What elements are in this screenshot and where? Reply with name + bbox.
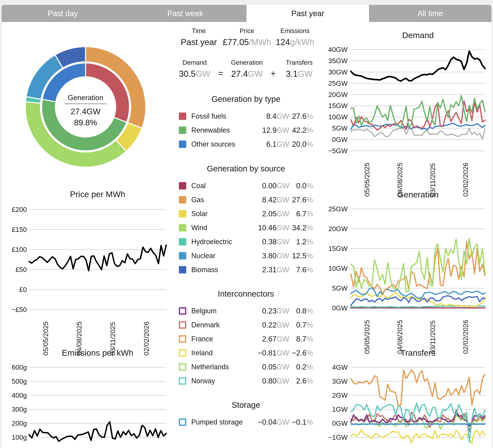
section-title: Generation by type bbox=[179, 93, 313, 105]
legend-row-coal: Coal0.00GW0.0% bbox=[179, 179, 313, 193]
section-storage: Storage Pumped storage−0.04GW−0.1% bbox=[179, 399, 313, 429]
legend-percent: 34.2% bbox=[289, 224, 313, 232]
equation-transfers: Transfers 3.1GW bbox=[280, 59, 319, 79]
legend-row-other-sources: Other sources6.1GW20.0% bbox=[179, 137, 313, 151]
legend-percent: −0.1% bbox=[289, 418, 313, 426]
demand-equation: Demand 30.5GW = Generation 27.4GW + Tran… bbox=[175, 59, 319, 79]
legend-percent: 7.6% bbox=[289, 266, 313, 274]
legend-value: 12.9GW bbox=[246, 126, 289, 134]
legend-percent: −2.6% bbox=[289, 349, 313, 357]
legend-row-biomass: Biomass2.31GW7.6% bbox=[179, 263, 313, 277]
legend-row-hydroelectric: Hydroelectric0.38GW1.2% bbox=[179, 235, 313, 249]
legend-label: France bbox=[191, 335, 246, 343]
wind-swatch-icon bbox=[179, 224, 186, 232]
equation-demand-label: Demand bbox=[175, 59, 214, 66]
legend-label: Fossil fuels bbox=[191, 112, 246, 120]
legend-label: Netherlands bbox=[191, 363, 246, 371]
legend-value: 0.00GW bbox=[246, 182, 289, 190]
legend-percent: 27.6% bbox=[289, 196, 313, 204]
legend-percent: 8.7% bbox=[289, 335, 313, 343]
netherlands-swatch-icon bbox=[179, 363, 186, 371]
legend-value: 3.80GW bbox=[246, 252, 289, 260]
stat-price-value: £77.05/MWh bbox=[223, 37, 271, 47]
legend-row-wind: Wind10.46GW34.2% bbox=[179, 221, 313, 235]
legend-value: −0.81GW bbox=[246, 349, 289, 357]
legend-percent: 42.2% bbox=[289, 126, 313, 134]
legend-row-nuclear: Nuclear3.80GW12.5% bbox=[179, 249, 313, 263]
equation-generation: Generation 27.4GW bbox=[227, 59, 267, 79]
legend-row-pumped-storage: Pumped storage−0.04GW−0.1% bbox=[179, 415, 313, 429]
equation-transfers-label: Transfers bbox=[280, 59, 319, 66]
tab-all-time[interactable]: All time bbox=[369, 5, 492, 22]
legend-label: Ireland bbox=[191, 349, 246, 357]
plus-sign: + bbox=[267, 59, 280, 78]
renewables-swatch-icon bbox=[179, 126, 186, 134]
legend-row-ireland: Ireland−0.81GW−2.6% bbox=[179, 346, 313, 360]
legend-percent: 0.0% bbox=[289, 182, 313, 190]
legend-percent: 0.8% bbox=[289, 307, 313, 315]
legend-label: Solar bbox=[191, 210, 246, 218]
pumped-storage-swatch-icon bbox=[179, 418, 186, 426]
legend-value: 10.46GW bbox=[246, 224, 289, 232]
ireland-swatch-icon bbox=[179, 349, 186, 357]
time-range-tabs: Past dayPast weekPast yearAll time bbox=[1, 5, 492, 22]
legend-label: Belgium bbox=[191, 307, 246, 315]
legend-value: 2.31GW bbox=[246, 266, 289, 274]
legend-label: Other sources bbox=[191, 140, 246, 148]
equation-generation-value: 27.4GW bbox=[227, 69, 267, 79]
legend-label: Renewables bbox=[191, 126, 246, 134]
legend-value: 2.05GW bbox=[246, 210, 289, 218]
legend-label: Biomass bbox=[191, 266, 246, 274]
coal-swatch-icon bbox=[179, 182, 186, 190]
legend-percent: 1.2% bbox=[289, 238, 313, 246]
legend-label: Coal bbox=[191, 182, 246, 190]
legend-percent: 2.6% bbox=[289, 377, 313, 385]
legend-row-belgium: Belgium0.23GW0.8% bbox=[179, 304, 313, 318]
denmark-swatch-icon bbox=[179, 321, 186, 329]
other-sources-swatch-icon bbox=[179, 141, 186, 148]
summary-stats: Time Past year Price £77.05/MWh Emission… bbox=[175, 27, 319, 47]
stat-emissions: Emissions 124g/kWh bbox=[271, 27, 319, 47]
legend-percent: 12.5% bbox=[289, 252, 313, 260]
legend-value: 0.05GW bbox=[246, 363, 289, 371]
tab-past-year[interactable]: Past year bbox=[246, 5, 369, 22]
legend-value: 0.38GW bbox=[246, 238, 289, 246]
belgium-swatch-icon bbox=[179, 307, 186, 315]
stat-time-value: Past year bbox=[175, 37, 223, 47]
tab-past-week[interactable]: Past week bbox=[124, 5, 246, 22]
section-title: Generation by source bbox=[179, 162, 313, 175]
fossil-fuels-swatch-icon bbox=[179, 112, 186, 120]
equation-demand-value: 30.5GW bbox=[175, 69, 214, 79]
legend-label: Nuclear bbox=[191, 252, 246, 260]
legend-row-renewables: Renewables12.9GW42.2% bbox=[179, 123, 313, 137]
legend-percent: 0.7% bbox=[289, 321, 313, 329]
legend-label: Denmark bbox=[191, 321, 246, 329]
stat-emissions-unit: g/kWh bbox=[290, 37, 314, 47]
legend-value: 2.67GW bbox=[246, 335, 289, 343]
legend-row-france: France2.67GW8.7% bbox=[179, 332, 313, 346]
section-interconnectors: Interconnectors Belgium0.23GW0.8%Denmark… bbox=[179, 288, 313, 388]
tab-past-day[interactable]: Past day bbox=[1, 5, 124, 22]
legend-label: Hydroelectric bbox=[191, 238, 246, 246]
legend-row-netherlands: Netherlands0.05GW0.2% bbox=[179, 360, 313, 374]
equation-transfers-value: 3.1GW bbox=[280, 69, 319, 79]
legend-row-denmark: Denmark0.22GW0.7% bbox=[179, 318, 313, 332]
equation-demand: Demand 30.5GW bbox=[175, 59, 214, 79]
solar-swatch-icon bbox=[179, 210, 186, 217]
legend-value: 0.80GW bbox=[246, 377, 289, 385]
gas-swatch-icon bbox=[179, 196, 186, 203]
legend-row-gas: Gas8.42GW27.6% bbox=[179, 193, 313, 207]
legend-label: Norway bbox=[191, 377, 246, 385]
legend-rows: Fossil fuels8.4GW27.6%Renewables12.9GW42… bbox=[179, 109, 313, 151]
legend-percent: 0.2% bbox=[289, 363, 313, 371]
legend-value: 0.23GW bbox=[246, 307, 289, 315]
legend-value: 8.4GW bbox=[246, 112, 289, 121]
section-title: Storage bbox=[179, 399, 313, 411]
legend-label: Pumped storage bbox=[191, 418, 246, 426]
biomass-swatch-icon bbox=[179, 266, 186, 273]
legend-value: 0.22GW bbox=[246, 321, 289, 329]
legend-label: Wind bbox=[191, 224, 246, 232]
legend-percent: 6.7% bbox=[289, 210, 313, 218]
norway-swatch-icon bbox=[179, 377, 186, 385]
stat-time: Time Past year bbox=[175, 27, 223, 47]
